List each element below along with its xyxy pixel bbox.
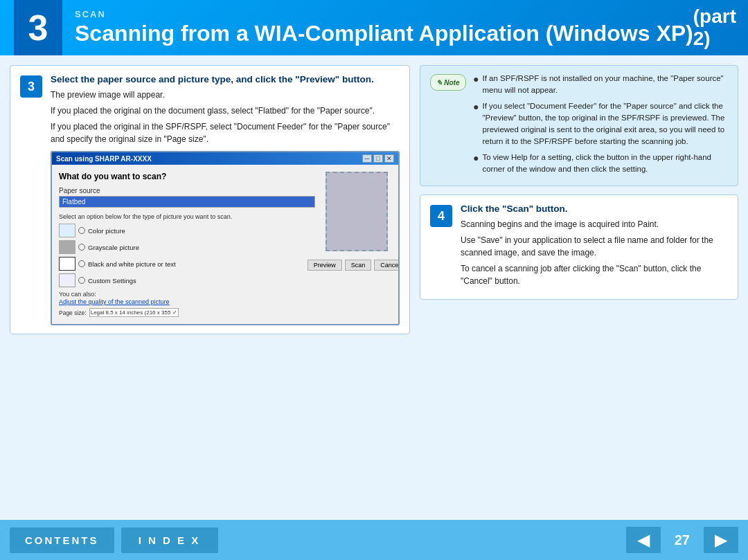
step3-title: Select the paper source and picture type… xyxy=(51,74,400,84)
bullet-icon-2: ● xyxy=(473,100,479,148)
contents-button[interactable]: CONTENTS xyxy=(10,527,114,553)
grayscale-icon xyxy=(59,240,75,254)
note-bullet-text-1: If an SPF/RSPF is not installed on your … xyxy=(482,73,728,97)
close-button[interactable]: ✕ xyxy=(384,154,394,163)
scan-form: What do you want to scan? Paper source F… xyxy=(59,172,315,317)
preview-canvas xyxy=(326,172,388,251)
left-column: 3 Select the paper source and picture ty… xyxy=(10,65,410,505)
step3-content: Select the paper source and picture type… xyxy=(51,74,400,325)
note-bullet-2: ● If you select "Document Feeder" for th… xyxy=(473,100,728,148)
titlebar-title: Scan using SHARP AR-XXXX xyxy=(56,155,152,163)
radio-dot-custom[interactable] xyxy=(78,277,85,284)
radio-custom[interactable]: Custom Settings xyxy=(59,273,315,287)
paper-source-label: Paper source xyxy=(59,187,315,195)
scan-label: SCAN xyxy=(75,9,693,19)
note-icon: ✎ Note xyxy=(430,74,466,91)
step4-title: Click the "Scan" button. xyxy=(461,204,728,214)
custom-icon xyxy=(59,273,75,287)
note-content: ● If an SPF/RSPF is not installed on you… xyxy=(473,73,728,179)
step3-para2: If you placed the original on the docume… xyxy=(51,105,400,117)
header-text: SCAN Scanning from a WIA-Compliant Appli… xyxy=(75,9,693,46)
sub-label: Select an option below for the type of p… xyxy=(59,213,315,220)
part-label: (part 2) xyxy=(693,6,748,50)
radio-label-bw: Black and white picture or text xyxy=(88,260,176,268)
next-page-button[interactable]: ▶ xyxy=(704,527,738,553)
step4-para1: Scanning begins and the image is acquire… xyxy=(461,218,728,231)
right-column: ✎ Note ● If an SPF/RSPF is not installed… xyxy=(420,65,738,505)
you-can-also: You can also: xyxy=(59,291,315,298)
bullet-icon-1: ● xyxy=(473,73,479,97)
page-size-label: Page size: xyxy=(59,309,87,316)
screenshot-container: Scan using SHARP AR-XXXX ─ □ ✕ What do y… xyxy=(51,151,400,325)
minimize-button[interactable]: ─ xyxy=(362,154,372,163)
page-size-row: Page size: Legal 8.5 x 14 inches (216 x … xyxy=(59,308,315,317)
page-footer: CONTENTS I N D E X ◀ 27 ▶ xyxy=(0,520,748,560)
radio-label-color: Color picture xyxy=(88,227,125,235)
note-box: ✎ Note ● If an SPF/RSPF is not installed… xyxy=(420,65,738,186)
next-arrow-icon: ▶ xyxy=(715,530,727,550)
radio-bw[interactable]: Black and white picture or text xyxy=(59,257,315,271)
step4-content: Click the "Scan" button. Scanning begins… xyxy=(461,204,728,291)
radio-dot-gray[interactable] xyxy=(78,244,85,251)
page-size-select[interactable]: Legal 8.5 x 14 inches (216 x 355 ✓ xyxy=(89,308,179,317)
cancel-button[interactable]: Cancel xyxy=(374,260,400,271)
step3-para3: If you placed the original in the SPF/RS… xyxy=(51,120,400,145)
step4-number: 4 xyxy=(430,205,452,227)
page-title: Scanning from a WIA-Compliant Applicatio… xyxy=(75,21,693,46)
step3-box: 3 Select the paper source and picture ty… xyxy=(10,65,410,334)
titlebar-controls: ─ □ ✕ xyxy=(362,154,394,163)
note-bullet-text-2: If you select "Document Feeder" for the … xyxy=(482,100,728,148)
step3-number: 3 xyxy=(20,75,42,98)
color-icon xyxy=(59,224,75,237)
prev-page-button[interactable]: ◀ xyxy=(626,527,661,553)
radio-dot-color[interactable] xyxy=(78,227,85,234)
prev-arrow-icon: ◀ xyxy=(637,530,650,550)
bullet-icon-3: ● xyxy=(473,152,479,176)
maximize-button[interactable]: □ xyxy=(373,154,383,163)
note-bullet-3: ● To view Help for a setting, click the … xyxy=(473,152,728,176)
screenshot-titlebar: Scan using SHARP AR-XXXX ─ □ ✕ xyxy=(52,152,398,165)
page-header: 3 SCAN Scanning from a WIA-Compliant App… xyxy=(0,0,748,55)
index-button[interactable]: I N D E X xyxy=(121,527,218,553)
preview-area: Preview Scan Cancel xyxy=(322,172,391,317)
radio-label-custom: Custom Settings xyxy=(88,277,136,284)
step4-box: 4 Click the "Scan" button. Scanning begi… xyxy=(420,195,738,300)
screenshot-body: What do you want to scan? Paper source F… xyxy=(52,165,398,324)
paper-source-select[interactable]: Flatbed xyxy=(59,196,315,208)
radio-color[interactable]: Color picture xyxy=(59,224,315,237)
step4-para3: To cancel a scanning job after clicking … xyxy=(461,262,728,287)
bw-icon xyxy=(59,257,75,271)
step3-para1: The preview image will appear. xyxy=(51,89,400,101)
scan-button[interactable]: Scan xyxy=(345,260,372,271)
main-content: 3 Select the paper source and picture ty… xyxy=(0,55,748,505)
radio-grayscale[interactable]: Grayscale picture xyxy=(59,240,315,254)
radio-label-gray: Grayscale picture xyxy=(88,244,139,251)
radio-dot-bw[interactable] xyxy=(78,260,85,267)
page-number: 27 xyxy=(675,532,690,548)
preview-button[interactable]: Preview xyxy=(308,260,342,271)
chapter-number: 3 xyxy=(14,0,62,55)
quality-link[interactable]: Adjust the quality of the scanned pictur… xyxy=(59,298,170,305)
bottom-buttons: Preview Scan Cancel xyxy=(308,260,400,271)
form-title: What do you want to scan? xyxy=(59,172,315,181)
step4-para2: Use "Save" in your application to select… xyxy=(461,234,728,259)
note-bullet-1: ● If an SPF/RSPF is not installed on you… xyxy=(473,73,728,97)
note-bullet-text-3: To view Help for a setting, click the bu… xyxy=(482,152,728,176)
